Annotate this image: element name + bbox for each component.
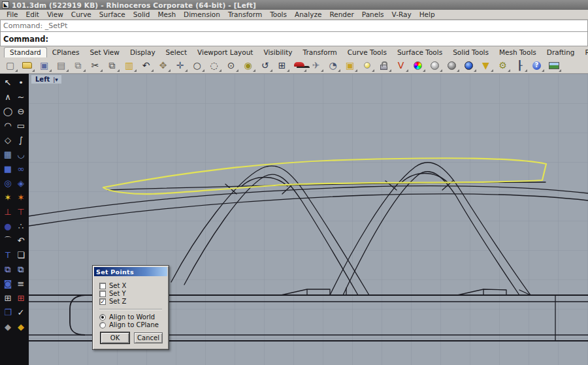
sphere-shaded-button[interactable] [444,58,460,72]
menu-curve[interactable]: Curve [67,10,95,18]
menu-v-ray[interactable]: V-Ray [388,10,416,18]
menu-surface[interactable]: Surface [95,10,129,18]
sphere-blue-button[interactable] [461,58,477,72]
extrude-tool-button[interactable]: ⊥ [1,206,14,218]
menu-edit[interactable]: Edit [22,10,43,18]
box-button[interactable]: ■ [1,163,14,175]
ellipse-button[interactable]: ⊖ [14,105,27,118]
copy-view-button[interactable]: ⧉ [70,58,86,72]
menu-tools[interactable]: Tools [266,10,291,18]
options-gear-button[interactable]: ⚙ [495,58,511,72]
copy-tool-button[interactable]: ⧉ [14,263,27,276]
check-tool-button[interactable]: ✓ [14,306,27,319]
vray-options-button[interactable]: V [393,58,409,72]
airplane-button[interactable]: ✈ [308,58,324,72]
sphere-flat-button[interactable] [427,58,443,72]
window-titlebar[interactable]: ◣ 101.3dm (522919 KB) - Rhinoceros Corpo… [0,0,588,10]
circle-center-radius-button[interactable]: ◯ [1,105,14,118]
surface-from-points-button[interactable]: ▦ [1,148,14,161]
zoom-button[interactable]: ○ [189,58,205,72]
dialog-titlebar[interactable]: Set Points [94,267,167,276]
select-pointer-button[interactable]: ↖ [1,76,14,89]
rectangle-button[interactable]: ▭ [14,119,27,132]
tab-transform[interactable]: Transform [298,48,342,57]
zoom-extents-button[interactable]: ◉ [240,58,256,72]
tab-cplanes[interactable]: CPlanes [47,48,85,57]
menu-panels[interactable]: Panels [358,10,388,18]
open-folder-button[interactable] [19,58,35,72]
lock-button[interactable] [376,58,392,72]
menu-render[interactable]: Render [325,10,357,18]
move-uvn-button[interactable]: ❏ [14,249,27,261]
set-z-checkbox[interactable]: ✓ [99,298,106,305]
freeform-curve-button[interactable]: ∫ [14,134,27,146]
tab-viewport-layout[interactable]: Viewport Layout [192,48,258,57]
torus-button[interactable]: ◎ [1,177,14,189]
named-cplane-button[interactable]: ▣ [342,58,358,72]
group-circles-button[interactable]: ∴ [14,220,27,232]
single-point-button[interactable]: • [14,76,27,89]
fillet-curve-button[interactable]: ⌒ [1,234,14,247]
rotate-view-button[interactable]: ✛ [172,58,188,72]
object-properties-button[interactable]: ┠ [512,58,528,72]
paste-button[interactable]: ▥ [121,58,137,72]
polyline-button[interactable]: ∧ [1,91,14,103]
copy-button[interactable]: ⧉ [104,58,120,72]
color-wheel-button[interactable] [410,58,426,72]
undo-view-change-button[interactable]: ↺ [257,58,273,72]
menu-transform[interactable]: Transform [224,10,266,18]
environment-image-button[interactable] [546,58,562,72]
tab-solid-tools[interactable]: Solid Tools [448,48,494,57]
menu-mesh[interactable]: Mesh [154,10,180,18]
paneled-surface-button[interactable]: ◈ [14,177,27,189]
gold-pyramid-button[interactable]: ◆ [14,321,27,333]
menu-file[interactable]: File [3,10,22,18]
extrude-tool-2-button[interactable]: ⊤ [14,206,27,218]
tab-curve-tools[interactable]: Curve Tools [342,48,392,57]
zoom-dynamic-button[interactable]: ◌ [206,58,222,72]
spheres-button[interactable]: ∞ [14,163,27,175]
control-point-curve-button[interactable]: ~ [14,91,27,103]
tab-mesh-tools[interactable]: Mesh Tools [494,48,542,57]
checkbox-row-set-z[interactable]: ✓Set Z [99,298,169,305]
align-to-world-radio[interactable] [99,314,106,321]
radio-row-align-to-cplane[interactable]: Align to CPlane [99,321,169,328]
command-history[interactable]: Command: _SetPt [0,20,588,31]
solids-gray-button[interactable]: ◆ [1,321,14,333]
array-tool-button[interactable]: ⧉ [1,263,14,276]
tab-display[interactable]: Display [125,48,161,57]
menu-solid[interactable]: Solid [129,10,154,18]
pan-button[interactable]: ✥ [155,58,171,72]
menu-analyze[interactable]: Analyze [291,10,325,18]
set-view-button[interactable]: ◔ [325,58,341,72]
menu-help[interactable]: Help [416,10,439,18]
red-array-button[interactable]: ⊞ [14,292,27,304]
help-button[interactable]: ? [529,58,545,72]
cut-button[interactable]: ✂ [87,58,103,72]
tab-surface-tools[interactable]: Surface Tools [392,48,448,57]
analyze-columns-button[interactable]: ≡ [14,278,27,290]
set-x-checkbox[interactable] [99,283,106,289]
ok-button[interactable]: OK [101,332,129,343]
surface-tool-button[interactable]: ◙ [1,278,14,290]
new-document-button[interactable]: ▢ [2,58,18,72]
set-y-checkbox[interactable] [99,291,106,297]
cancel-button[interactable]: Cancel [134,332,163,343]
boolean-union-button[interactable]: ✶ [1,191,14,204]
print-button[interactable]: ▤ [53,58,69,72]
grid-array-button[interactable]: ⊞ [1,292,14,304]
zoom-window-button[interactable]: ⊙ [223,58,239,72]
tab-render-tools[interactable]: Render Tools [580,48,588,57]
radio-row-align-to-world[interactable]: Align to World [99,313,169,321]
viewport-menu-caret-icon[interactable]: |▾ [53,76,58,83]
render-car-button[interactable] [291,58,307,72]
tab-drafting[interactable]: Drafting [542,48,580,57]
text-tool-button[interactable]: T [1,249,14,261]
menu-view[interactable]: View [43,10,67,18]
tab-visibility[interactable]: Visibility [259,48,298,57]
viewport-layout-button[interactable]: ⊞ [274,58,290,72]
checkbox-row-set-y[interactable]: Set Y [99,290,169,297]
checkbox-row-set-x[interactable]: Set X [99,282,169,289]
tab-standard[interactable]: Standard [4,47,47,57]
curved-surface-button[interactable]: ◡ [14,148,27,161]
